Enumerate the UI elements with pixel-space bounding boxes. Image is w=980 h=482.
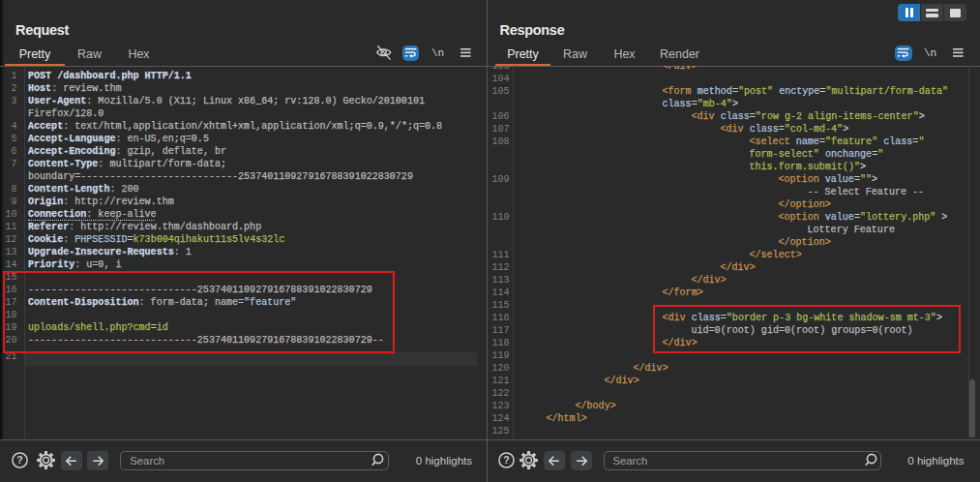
svg-text:?: ?: [503, 454, 509, 466]
svg-text:?: ?: [16, 454, 22, 466]
